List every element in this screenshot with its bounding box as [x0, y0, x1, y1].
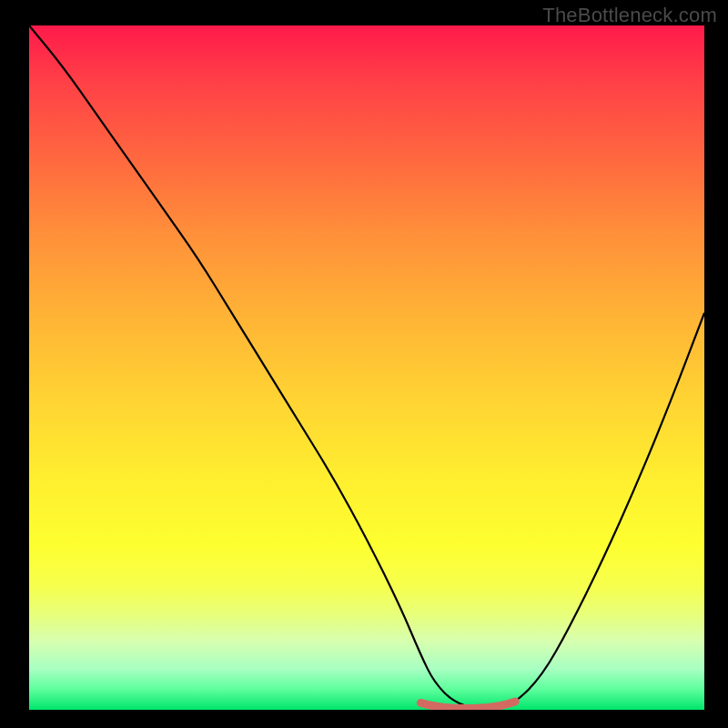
watermark-text: TheBottleneck.com: [542, 4, 717, 27]
plot-area: [29, 25, 704, 710]
optimal-band-path: [420, 702, 515, 709]
chart-frame: TheBottleneck.com: [0, 0, 728, 728]
bottleneck-curve-svg: [29, 25, 704, 710]
bottleneck-curve-path: [29, 25, 704, 710]
